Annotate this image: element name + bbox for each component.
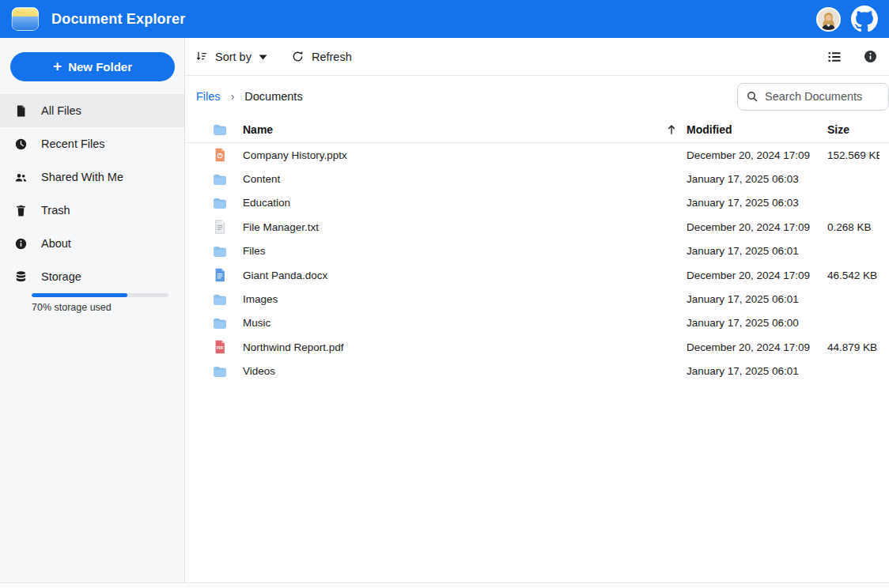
info-icon[interactable] xyxy=(863,49,878,64)
table-row[interactable]: Images January 17, 2025 06:01 xyxy=(185,287,889,311)
file-size: 152.569 KB xyxy=(827,149,880,161)
file-modified: December 20, 2024 17:09 xyxy=(687,221,814,233)
header-actions xyxy=(816,6,878,32)
storage-details: 70% storage used xyxy=(0,293,184,313)
folder-icon xyxy=(212,172,228,187)
file-modified: January 17, 2025 06:01 xyxy=(687,293,814,305)
sidebar-item-label: Recent Files xyxy=(41,138,105,150)
file-size: 44.879 KB xyxy=(827,341,880,353)
sort-icon xyxy=(195,50,208,63)
refresh-icon xyxy=(291,50,305,63)
people-icon xyxy=(14,171,28,184)
sidebar-item-recent-files[interactable]: Recent Files xyxy=(0,127,184,160)
storage-progress-fill xyxy=(32,293,127,297)
sidebar-item-trash[interactable]: Trash xyxy=(0,194,184,227)
file-list: Company History.pptx December 20, 2024 1… xyxy=(185,143,889,383)
sidebar-item-about[interactable]: About xyxy=(0,227,184,260)
user-avatar[interactable] xyxy=(816,7,841,32)
file-name: Northwind Report.pdf xyxy=(243,341,673,353)
table-row[interactable]: Content January 17, 2025 06:03 xyxy=(185,167,889,190)
sidebar-item-label: Trash xyxy=(41,204,70,217)
refresh-label: Refresh xyxy=(312,51,352,63)
caret-down-icon xyxy=(259,54,267,60)
info-icon xyxy=(14,237,28,251)
file-modified: January 17, 2025 06:01 xyxy=(687,365,814,377)
sidebar-item-label: Shared With Me xyxy=(41,171,123,183)
trash-icon xyxy=(14,204,28,217)
file-name: Education xyxy=(243,197,673,209)
file-modified: December 20, 2024 17:09 xyxy=(687,270,814,281)
table-row[interactable]: Files January 17, 2025 06:01 xyxy=(185,239,889,263)
file-icon xyxy=(14,104,28,118)
list-view-icon[interactable] xyxy=(827,49,842,65)
search-input[interactable] xyxy=(765,90,868,103)
folder-icon xyxy=(212,292,228,307)
column-header-size[interactable]: Size xyxy=(827,123,880,136)
search-box xyxy=(737,83,889,111)
chevron-right-icon: › xyxy=(231,90,235,103)
folder-icon xyxy=(212,195,228,211)
app-title: Document Explorer xyxy=(51,11,185,28)
file-name: File Manager.txt xyxy=(243,221,673,233)
plus-icon: + xyxy=(53,58,62,74)
folder-icon xyxy=(212,315,228,331)
folder-icon xyxy=(212,243,228,259)
file-name: Content xyxy=(243,173,673,185)
svg-text:PDF: PDF xyxy=(217,346,224,350)
new-folder-button[interactable]: + New Folder xyxy=(10,52,175,81)
pptx-file-icon xyxy=(212,147,228,163)
file-name: Videos xyxy=(243,365,673,377)
file-name: Music xyxy=(243,317,673,329)
sidebar-item-label: Storage xyxy=(41,270,81,283)
breadcrumb-files-link[interactable]: Files xyxy=(196,90,221,103)
new-folder-label: New Folder xyxy=(68,60,132,74)
file-name: Files xyxy=(243,245,673,257)
sort-ascending-icon xyxy=(665,123,678,136)
file-modified: December 20, 2024 17:09 xyxy=(687,149,814,161)
github-icon[interactable] xyxy=(851,6,878,32)
column-header-name[interactable]: Name xyxy=(243,123,673,136)
sidebar-item-storage[interactable]: Storage xyxy=(0,260,184,293)
sidebar-item-label: All Files xyxy=(41,104,81,117)
search-icon xyxy=(746,90,758,103)
sidebar-nav: All Files Recent Files Shared With Me Tr… xyxy=(0,94,184,260)
column-header-modified[interactable]: Modified xyxy=(687,123,814,136)
storage-progress-bar xyxy=(32,293,168,297)
file-name: Company History.pptx xyxy=(243,149,673,161)
toolbar: Sort by Refresh xyxy=(185,38,889,76)
file-modified: January 17, 2025 06:03 xyxy=(687,173,814,185)
file-name: Giant Panda.docx xyxy=(243,270,673,281)
table-row[interactable]: Videos January 17, 2025 06:01 xyxy=(185,360,889,383)
sidebar-item-all-files[interactable]: All Files xyxy=(0,94,184,127)
file-modified: January 17, 2025 06:03 xyxy=(687,197,814,209)
table-header: Name Modified Size xyxy=(185,117,889,143)
file-size: 0.268 KB xyxy=(827,221,880,233)
main-panel: Sort by Refresh Files xyxy=(185,38,889,582)
file-modified: January 17, 2025 06:01 xyxy=(687,245,814,257)
txt-file-icon xyxy=(212,219,228,235)
sidebar-item-label: About xyxy=(41,237,71,250)
table-row[interactable]: Giant Panda.docx December 20, 2024 17:09… xyxy=(185,263,889,287)
breadcrumb: Files › Documents xyxy=(185,76,889,117)
pdf-file-icon: PDF xyxy=(212,339,228,355)
refresh-button[interactable]: Refresh xyxy=(291,50,352,63)
folder-icon xyxy=(212,122,228,138)
file-name: Images xyxy=(243,293,673,305)
storage-caption: 70% storage used xyxy=(32,302,168,313)
sidebar-item-shared-with-me[interactable]: Shared With Me xyxy=(0,160,184,194)
file-modified: December 20, 2024 17:09 xyxy=(687,341,814,353)
file-modified: January 17, 2025 06:00 xyxy=(687,317,814,329)
file-size: 46.542 KB xyxy=(827,270,880,281)
folder-icon xyxy=(212,364,228,379)
table-row[interactable]: Education January 17, 2025 06:03 xyxy=(185,191,889,215)
table-row[interactable]: File Manager.txt December 20, 2024 17:09… xyxy=(185,215,889,239)
app-header: Document Explorer xyxy=(0,0,889,38)
clock-icon xyxy=(14,138,28,151)
breadcrumb-current: Documents xyxy=(244,90,302,103)
table-row[interactable]: Company History.pptx December 20, 2024 1… xyxy=(185,143,889,167)
toolbar-right xyxy=(827,49,878,65)
table-row[interactable]: PDF Northwind Report.pdf December 20, 20… xyxy=(185,335,889,359)
database-icon xyxy=(14,270,28,284)
sort-by-button[interactable]: Sort by xyxy=(195,50,267,63)
table-row[interactable]: Music January 17, 2025 06:00 xyxy=(185,311,889,335)
